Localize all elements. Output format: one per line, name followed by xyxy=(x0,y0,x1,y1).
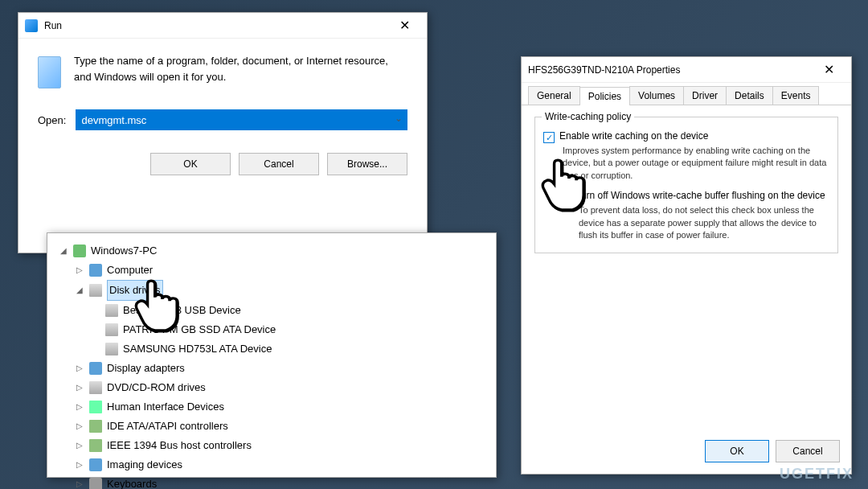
expand-icon[interactable]: ▷ xyxy=(75,261,84,280)
tab-strip: GeneralPoliciesVolumesDriverDetailsEvent… xyxy=(522,83,851,105)
tree-item-label: Keyboards xyxy=(107,475,157,489)
properties-dialog: HFS256G39TND-N210A Properties ✕ GeneralP… xyxy=(521,56,852,475)
close-icon[interactable]: ✕ xyxy=(388,18,420,33)
group-legend: Write-caching policy xyxy=(542,111,634,122)
watermark: UGETFIX xyxy=(780,466,854,483)
cancel-button[interactable]: Cancel xyxy=(239,153,319,175)
kb-icon xyxy=(89,478,102,489)
run-titlebar: Run ✕ xyxy=(18,13,427,39)
expand-icon[interactable]: ◢ xyxy=(59,241,68,261)
tab-volumes[interactable]: Volumes xyxy=(629,86,684,105)
monitor-icon xyxy=(89,264,102,277)
tree-item-label: PATRIOT M GB SSD ATA Device xyxy=(123,320,276,339)
computer-icon xyxy=(73,244,86,257)
drive-icon xyxy=(105,304,118,317)
usb-icon xyxy=(89,401,102,413)
write-caching-group: Write-caching policy ✓ Enable write cach… xyxy=(534,117,838,253)
checkbox-desc-2: To prevent data loss, do not select this… xyxy=(543,204,829,241)
tree-item[interactable]: ▷IEEE 1394 Bus host controllers xyxy=(59,436,489,455)
tree-item-label: Disk drives xyxy=(107,280,163,301)
props-title: HFS256G39TND-N210A Properties xyxy=(528,64,813,76)
tree-item-label: Display adapters xyxy=(107,359,185,378)
expand-icon[interactable]: ▷ xyxy=(75,455,84,475)
tree-item-label: DVD/CD-ROM drives xyxy=(107,378,206,397)
expand-icon[interactable]: ▷ xyxy=(75,378,84,397)
open-label: Open: xyxy=(38,114,66,126)
tab-general[interactable]: General xyxy=(528,86,580,105)
checkbox-desc-1: Improves system performance by enabling … xyxy=(543,145,829,182)
close-icon[interactable]: ✕ xyxy=(813,62,845,77)
drive-icon xyxy=(89,381,102,394)
ok-button[interactable]: OK xyxy=(705,440,769,462)
tree-item[interactable]: ▷Computer xyxy=(59,261,489,280)
tree-item-label: BestBuy G 3 USB Device xyxy=(123,301,241,320)
props-buttons: OK Cancel xyxy=(705,440,840,462)
device-manager-window: ◢ Windows7-PC ▷Computer◢Disk drivesBestB… xyxy=(47,232,497,478)
run-title: Run xyxy=(44,20,388,31)
chevron-down-icon[interactable]: ⌄ xyxy=(395,113,403,124)
tab-details[interactable]: Details xyxy=(726,86,773,105)
collapse-icon[interactable]: ◢ xyxy=(75,281,84,300)
checkbox-row-1: ✓ Enable write caching on the device xyxy=(543,130,829,143)
tree-item[interactable]: ▷Display adapters xyxy=(59,359,489,378)
tree-item-label: Human Interface Devices xyxy=(107,397,224,417)
monitor-icon xyxy=(89,458,102,471)
browse-button[interactable]: Browse... xyxy=(327,153,407,175)
tree-item-label: Computer xyxy=(107,261,153,280)
checkbox-enable-write-caching[interactable]: ✓ xyxy=(543,132,555,143)
open-combobox[interactable]: ⌄ xyxy=(76,109,407,130)
tab-driver[interactable]: Driver xyxy=(683,86,727,105)
open-input[interactable] xyxy=(76,109,407,130)
checkbox-turnoff-flush[interactable]: ✓ xyxy=(559,191,571,203)
checkbox-label-1[interactable]: Enable write caching on the device xyxy=(559,130,708,142)
run-body: Type the name of a program, folder, docu… xyxy=(18,39,427,103)
expand-icon[interactable]: ▷ xyxy=(75,436,84,455)
run-buttons: OK Cancel Browse... xyxy=(18,145,427,190)
monitor-icon xyxy=(89,362,102,375)
drive-icon xyxy=(105,343,118,355)
tree-item[interactable]: BestBuy G 3 USB Device xyxy=(59,301,489,320)
run-program-icon xyxy=(38,56,61,88)
expand-icon[interactable]: ▷ xyxy=(75,417,84,436)
props-titlebar: HFS256G39TND-N210A Properties ✕ xyxy=(522,57,851,83)
tree-root-label: Windows7-PC xyxy=(91,241,157,261)
run-description: Type the name of a program, folder, docu… xyxy=(74,53,407,88)
drive-icon xyxy=(105,323,118,336)
tree-item[interactable]: ▷IDE ATA/ATAPI controllers xyxy=(59,417,489,436)
chip-icon xyxy=(89,420,102,433)
chip-icon xyxy=(89,439,102,452)
tree-item[interactable]: PATRIOT M GB SSD ATA Device xyxy=(59,320,489,339)
tree-item[interactable]: ◢Disk drives xyxy=(59,280,489,301)
run-dialog: Run ✕ Type the name of a program, folder… xyxy=(18,12,428,253)
tree-item-label: IEEE 1394 Bus host controllers xyxy=(107,436,252,455)
device-tree: ◢ Windows7-PC ▷Computer◢Disk drivesBestB… xyxy=(47,233,496,489)
expand-icon[interactable]: ▷ xyxy=(75,359,84,378)
tree-item[interactable]: SAMSUNG HD753L ATA Device xyxy=(59,339,489,359)
drive-icon xyxy=(89,284,102,297)
props-body: Write-caching policy ✓ Enable write cach… xyxy=(522,105,851,265)
checkbox-label-2[interactable]: Turn off Windows write-cache buffer flus… xyxy=(575,190,825,201)
open-row: Open: ⌄ xyxy=(18,103,427,145)
tab-events[interactable]: Events xyxy=(772,86,820,105)
tree-item[interactable]: ▷DVD/CD-ROM drives xyxy=(59,378,489,397)
expand-icon[interactable]: ▷ xyxy=(75,475,84,489)
tree-item[interactable]: ▷Imaging devices xyxy=(59,455,489,475)
tree-item-label: Imaging devices xyxy=(107,455,182,475)
tree-item-label: IDE ATA/ATAPI controllers xyxy=(107,417,228,436)
tree-item[interactable]: ▷Human Interface Devices xyxy=(59,397,489,417)
tab-policies[interactable]: Policies xyxy=(579,87,630,105)
expand-icon[interactable]: ▷ xyxy=(75,397,84,417)
cancel-button[interactable]: Cancel xyxy=(776,440,840,462)
tree-item[interactable]: ▷Keyboards xyxy=(59,475,489,489)
tree-root[interactable]: ◢ Windows7-PC xyxy=(59,241,489,261)
checkbox-row-2: ✓ Turn off Windows write-cache buffer fl… xyxy=(543,190,829,203)
run-icon xyxy=(25,19,38,32)
tree-item-label: SAMSUNG HD753L ATA Device xyxy=(123,339,272,359)
ok-button[interactable]: OK xyxy=(150,153,231,175)
